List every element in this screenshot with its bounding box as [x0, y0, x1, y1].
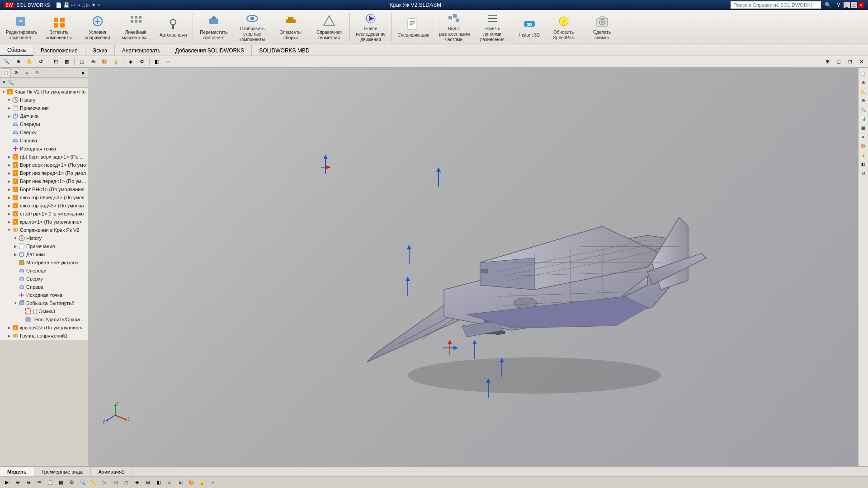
view-mode-2[interactable]: □	[834, 57, 844, 66]
btm-btn-20[interactable]: ↔	[208, 478, 218, 487]
tree-top[interactable]: ▶ Сверху	[0, 128, 88, 136]
tree-root[interactable]: ▼ A Крак Як V2 (По умолчанию<По	[0, 88, 88, 96]
tree-front[interactable]: ▶ Спереди	[0, 120, 88, 128]
btm-btn-1[interactable]: ▶	[2, 478, 12, 487]
pan-btn[interactable]: ✋	[24, 57, 34, 66]
sidebar-expand-btn[interactable]: ▶	[80, 69, 87, 76]
toolbar-assembly-features[interactable]: Элементы сборки	[272, 11, 309, 44]
view-orientation-btn[interactable]: ▦	[62, 57, 72, 66]
tree-item-6[interactable]: ▶ A фюз гор перед<3> (По умол	[0, 193, 88, 202]
bottom-tab-3d-views[interactable]: Трехмерные виды	[34, 467, 91, 476]
toolbar-view-parts[interactable]: Вид с разнесенными частями	[435, 11, 472, 44]
view-mode-1[interactable]: ⊞	[822, 57, 832, 66]
btm-btn-14[interactable]: ⊞	[143, 478, 153, 487]
tree-item-7[interactable]: ▶ A фюз гор зад<3> (По умолча	[0, 202, 88, 210]
edit-appearance-btn[interactable]: 🎨	[99, 57, 109, 66]
tree-item-3[interactable]: ▶ A Борт низ перед<1> (По умол	[0, 169, 88, 177]
standard-views-btn[interactable]: ⊡	[51, 57, 61, 66]
btm-btn-4[interactable]: ✏	[34, 478, 44, 487]
tree-origin[interactable]: ▶ Исходная точка	[0, 145, 88, 153]
toolbar-new-study[interactable]: Новое исследование движения	[352, 11, 389, 44]
toolbar-move-component[interactable]: Переместить компонент	[195, 11, 232, 44]
btm-btn-12[interactable]: □	[121, 478, 131, 487]
btm-btn-5[interactable]: 📋	[45, 478, 55, 487]
right-btn-4[interactable]: ⚙	[859, 97, 868, 105]
btm-btn-6[interactable]: ▦	[56, 478, 66, 487]
toolbar-hide-components[interactable]: Отобразить скрытые компоненты	[233, 11, 271, 44]
tree-item-5[interactable]: ▶ A Борт РН<1> (По умолчанию	[0, 185, 88, 193]
help-search-input[interactable]	[731, 1, 821, 9]
rotate-btn[interactable]: ↺	[36, 57, 46, 66]
btm-btn-9[interactable]: 📐	[89, 478, 99, 487]
tree-right[interactable]: ▶ Справа	[0, 136, 88, 145]
3d-viewport[interactable]: X Y Z	[88, 68, 858, 466]
right-btn-3[interactable]: 📐	[859, 88, 868, 96]
toolbar-update-speedpak[interactable]: ⚡ Обновить SpeedPak	[545, 11, 582, 44]
bottom-tab-animation[interactable]: Анимация1	[91, 467, 132, 476]
toolbar-instant3d[interactable]: 3D Instant 3D	[515, 11, 544, 44]
apply-scene-btn[interactable]: ◈	[126, 57, 136, 66]
tree-mates-history[interactable]: ▼ History	[0, 234, 88, 242]
toolbar-specification[interactable]: Спецификация	[393, 11, 431, 44]
tree-wing2[interactable]: ▶ A крыло<2> (По умолчанию<	[0, 324, 88, 332]
bottom-tab-model[interactable]: Модель	[0, 467, 34, 476]
tree-item-4[interactable]: ▶ A Борт ниж перед<1> (По умол	[0, 177, 88, 185]
right-btn-8[interactable]: ≡	[859, 133, 868, 141]
zoom-in-btn[interactable]: ⊕	[13, 57, 23, 66]
dim-expert-tab[interactable]: ⊕	[32, 68, 42, 77]
zoom-to-fit-btn[interactable]: 🔍	[2, 57, 12, 66]
tree-front-2[interactable]: ▶ Спереди	[0, 267, 88, 275]
tree-mates-group[interactable]: ▶ Группа сопряжений1	[0, 332, 88, 340]
btm-btn-19[interactable]: 💡	[197, 478, 207, 487]
toolbar-linear-pattern[interactable]: Линейный массив ком...	[117, 11, 155, 44]
close-button[interactable]: ×	[858, 2, 864, 8]
tree-sensors[interactable]: ▶ Датчики	[0, 112, 88, 120]
tree-mates[interactable]: ▼ Сопряжения в Крак Як V2	[0, 226, 88, 234]
btm-btn-7[interactable]: ⚙	[67, 478, 77, 487]
right-btn-12[interactable]: ⊡	[859, 169, 868, 177]
maximize-button[interactable]: □	[851, 2, 857, 8]
right-btn-6[interactable]: 📊	[859, 115, 868, 123]
tree-body[interactable]: ▶ Тело-Удалить/Сохранить	[0, 315, 88, 324]
right-btn-7[interactable]: ▦	[859, 124, 868, 132]
display-style-btn[interactable]: □	[77, 57, 87, 66]
right-btn-9[interactable]: 🎨	[859, 142, 868, 150]
btm-btn-17[interactable]: ⊡	[175, 478, 185, 487]
tab-layout[interactable]: Расположение	[33, 45, 85, 56]
toolbar-smart-fasteners[interactable]: Эскиз с линиями разнесения	[473, 11, 511, 44]
tree-top-2[interactable]: ▶ Сверху	[0, 275, 88, 283]
btm-btn-16[interactable]: ≡	[165, 478, 175, 487]
btm-btn-10[interactable]: ▷	[99, 478, 109, 487]
tree-origin-2[interactable]: ▶ Исходная точка	[0, 291, 88, 299]
tree-item-8[interactable]: ▶ A стаб+рв<1> (По умолчанию	[0, 210, 88, 218]
right-btn-11[interactable]: ◧	[859, 160, 868, 168]
btm-btn-18[interactable]: 🎨	[186, 478, 196, 487]
scene-btn[interactable]: 💡	[111, 57, 121, 66]
tree-material[interactable]: ▶ Материал <не указан>	[0, 258, 88, 267]
tree-item-2[interactable]: ▶ A Борт верх перед<1> (По умо	[0, 161, 88, 169]
hide-show-items-btn[interactable]: 👁	[88, 57, 98, 66]
tree-history[interactable]: ▼ History	[0, 96, 88, 104]
right-btn-5[interactable]: 🔍	[859, 106, 868, 114]
tree-mates-sensors[interactable]: ▶ Датчики	[0, 250, 88, 258]
section-view-btn[interactable]: ◧	[152, 57, 162, 66]
toolbar-insert-component[interactable]: Вставить компоненты	[40, 11, 78, 44]
help-menu-icon[interactable]: ?	[837, 2, 840, 8]
btm-btn-8[interactable]: 🔍	[78, 478, 88, 487]
view-palette-btn[interactable]: ≡	[163, 57, 173, 66]
btm-btn-11[interactable]: ◁	[110, 478, 120, 487]
render-tools-btn[interactable]: ⚙	[137, 57, 147, 66]
right-btn-2[interactable]: ⊕	[859, 79, 868, 87]
btm-btn-3[interactable]: ⊖	[24, 478, 33, 487]
toolbar-conditions[interactable]: Условия сопряжения	[79, 11, 116, 44]
btm-btn-15[interactable]: ◧	[154, 478, 164, 487]
property-manager-tab[interactable]: ⚙	[11, 68, 21, 77]
toolbar-edit-component[interactable]: ✏ Редактировать компонент	[2, 11, 39, 44]
minimize-button[interactable]: _	[844, 2, 850, 8]
right-btn-1[interactable]: 📋	[859, 70, 868, 78]
tree-sketch[interactable]: ▶ (-) Эскиз3	[0, 307, 88, 315]
tab-solidworks-addons[interactable]: Добавления SOLIDWORKS	[168, 45, 252, 56]
feature-manager-tab[interactable]: 📋	[1, 68, 11, 77]
tree-right-2[interactable]: ▶ Справа	[0, 283, 88, 291]
tab-solidworks-mbd[interactable]: SOLIDWORKS MBD	[252, 45, 317, 56]
